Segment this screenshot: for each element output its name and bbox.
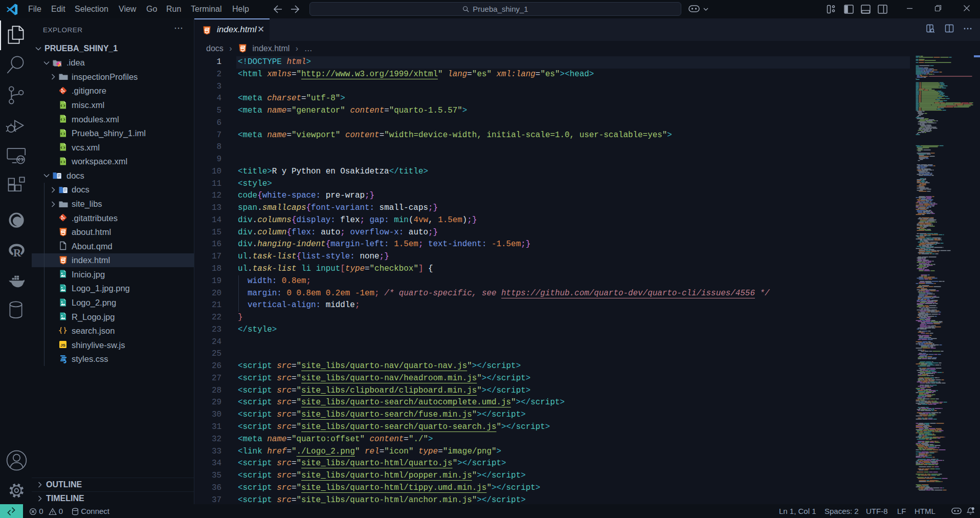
svg-text:R: R <box>13 247 21 259</box>
svg-text:JS: JS <box>60 343 65 348</box>
